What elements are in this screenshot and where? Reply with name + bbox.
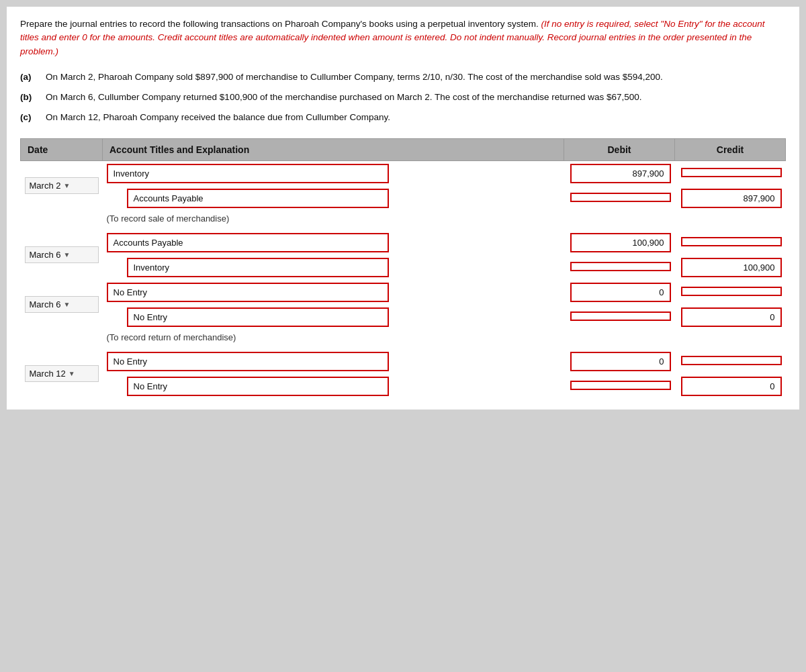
debit-cell-march6a-row2 bbox=[564, 255, 675, 280]
credit-input-march12-1[interactable] bbox=[681, 356, 782, 365]
account-input-march6b-1[interactable]: No Entry bbox=[107, 283, 389, 302]
account-cell-march12-row2: No Entry bbox=[103, 374, 564, 399]
debit-input-march6a-1[interactable]: 100,900 bbox=[570, 233, 671, 252]
credit-cell-march12-row2: 0 bbox=[675, 374, 786, 399]
credit-cell-march2-row2: 897,900 bbox=[675, 186, 786, 211]
date-cell-march12: March 12 ▼ bbox=[21, 349, 103, 399]
credit-input-march6a-1[interactable] bbox=[681, 237, 782, 246]
account-cell-march6a-row2: Inventory bbox=[103, 255, 564, 280]
account-cell-march6b-row2: No Entry bbox=[103, 305, 564, 330]
account-input-march6a-1[interactable]: Accounts Payable bbox=[107, 233, 389, 252]
date-label-march6a: March 6 bbox=[30, 250, 61, 260]
account-input-march2-2[interactable]: Accounts Payable bbox=[127, 189, 389, 208]
scenario-a: (a) On March 2, Pharoah Company sold $89… bbox=[20, 70, 786, 84]
date-cell-march6a: March 6 ▼ bbox=[21, 230, 103, 280]
date-label-march2: March 2 bbox=[30, 181, 61, 191]
instructions-block: Prepare the journal entries to record th… bbox=[20, 17, 786, 58]
note-cell-march2-credit bbox=[675, 211, 786, 230]
scenario-c: (c) On March 12, Pharoah Company receive… bbox=[20, 111, 786, 124]
scenario-c-letter: (c) bbox=[20, 111, 39, 124]
date-label-march6b: March 6 bbox=[30, 299, 61, 309]
date-header: Date bbox=[21, 138, 103, 160]
account-cell-march2-row1: Inventory bbox=[103, 160, 564, 186]
account-input-march12-1[interactable]: No Entry bbox=[107, 352, 389, 371]
date-dropdown-march12[interactable]: March 12 ▼ bbox=[25, 365, 99, 382]
account-cell-march2-row2: Accounts Payable bbox=[103, 186, 564, 211]
account-cell-march6b-row1: No Entry bbox=[103, 280, 564, 305]
debit-input-march12-2[interactable] bbox=[570, 381, 671, 390]
note-cell-march2-debit bbox=[564, 211, 675, 230]
note-cell-march2-date bbox=[21, 211, 103, 230]
account-input-march12-2[interactable]: No Entry bbox=[127, 377, 389, 396]
table-row: Accounts Payable 897,900 bbox=[21, 186, 786, 211]
chevron-down-icon: ▼ bbox=[63, 301, 70, 308]
scenario-c-text: On March 12, Pharoah Company received th… bbox=[46, 111, 390, 124]
debit-cell-march6b-row2 bbox=[564, 305, 675, 330]
table-header-row: Date Account Titles and Explanation Debi… bbox=[21, 138, 786, 160]
table-row: March 2 ▼ Inventory 897,900 bbox=[21, 160, 786, 186]
credit-input-march6b-2[interactable]: 0 bbox=[681, 307, 782, 327]
date-dropdown-march2[interactable]: March 2 ▼ bbox=[25, 177, 99, 194]
note-cell-march6: (To record return of merchandise) bbox=[103, 330, 564, 349]
journal-table: Date Account Titles and Explanation Debi… bbox=[20, 138, 786, 399]
table-row: Inventory 100,900 bbox=[21, 255, 786, 280]
table-row: March 12 ▼ No Entry 0 bbox=[21, 349, 786, 374]
debit-input-march12-1[interactable]: 0 bbox=[570, 352, 671, 371]
account-input-march6b-2[interactable]: No Entry bbox=[127, 307, 389, 327]
credit-input-march6a-2[interactable]: 100,900 bbox=[681, 258, 782, 277]
debit-cell-march12-row2 bbox=[564, 374, 675, 399]
note-cell-march6-credit bbox=[675, 330, 786, 349]
credit-cell-march6a-row2: 100,900 bbox=[675, 255, 786, 280]
credit-cell-march6b-row1 bbox=[675, 280, 786, 305]
scenario-a-text: On March 2, Pharoah Company sold $897,90… bbox=[46, 70, 663, 84]
debit-cell-march2-row1: 897,900 bbox=[564, 160, 675, 186]
debit-input-march6b-1[interactable]: 0 bbox=[570, 283, 671, 302]
debit-input-march6b-2[interactable] bbox=[570, 311, 671, 321]
table-row: No Entry 0 bbox=[21, 305, 786, 330]
account-cell-march6a-row1: Accounts Payable bbox=[103, 230, 564, 255]
table-row: No Entry 0 bbox=[21, 374, 786, 399]
debit-cell-march6a-row1: 100,900 bbox=[564, 230, 675, 255]
scenario-b-text: On March 6, Cullumber Company returned $… bbox=[46, 91, 642, 104]
account-input-march6a-2[interactable]: Inventory bbox=[127, 258, 389, 277]
chevron-down-icon: ▼ bbox=[63, 182, 70, 189]
note-cell-march2: (To record sale of merchandise) bbox=[103, 211, 564, 230]
credit-cell-march12-row1 bbox=[675, 349, 786, 374]
credit-input-march2-1[interactable] bbox=[681, 168, 782, 177]
chevron-down-icon: ▼ bbox=[69, 370, 75, 377]
date-cell-march2: March 2 ▼ bbox=[21, 160, 103, 211]
debit-header: Debit bbox=[564, 138, 675, 160]
note-cell-march6-date bbox=[21, 330, 103, 349]
debit-input-march2-2[interactable] bbox=[570, 193, 671, 202]
date-dropdown-march6a[interactable]: March 6 ▼ bbox=[25, 246, 99, 263]
credit-header: Credit bbox=[675, 138, 786, 160]
credit-cell-march6a-row1 bbox=[675, 230, 786, 255]
instructions-main: Prepare the journal entries to record th… bbox=[20, 19, 539, 29]
debit-input-march6a-2[interactable] bbox=[570, 262, 671, 271]
debit-cell-march12-row1: 0 bbox=[564, 349, 675, 374]
account-header: Account Titles and Explanation bbox=[103, 138, 564, 160]
credit-input-march6b-1[interactable] bbox=[681, 287, 782, 296]
scenario-b: (b) On March 6, Cullumber Company return… bbox=[20, 91, 786, 104]
account-cell-march12-row1: No Entry bbox=[103, 349, 564, 374]
table-row: March 6 ▼ No Entry 0 bbox=[21, 280, 786, 305]
note-cell-march6-debit bbox=[564, 330, 675, 349]
credit-cell-march2-row1 bbox=[675, 160, 786, 186]
scenario-b-letter: (b) bbox=[20, 91, 39, 104]
scenario-a-letter: (a) bbox=[20, 70, 39, 84]
credit-input-march2-2[interactable]: 897,900 bbox=[681, 189, 782, 208]
date-cell-march6b: March 6 ▼ bbox=[21, 280, 103, 330]
table-row: March 6 ▼ Accounts Payable 100,900 bbox=[21, 230, 786, 255]
date-dropdown-march6b[interactable]: March 6 ▼ bbox=[25, 296, 99, 313]
credit-input-march12-2[interactable]: 0 bbox=[681, 377, 782, 396]
page-container: Prepare the journal entries to record th… bbox=[7, 7, 799, 410]
debit-cell-march2-row2 bbox=[564, 186, 675, 211]
chevron-down-icon: ▼ bbox=[63, 251, 70, 258]
note-row-march6: (To record return of merchandise) bbox=[21, 330, 786, 349]
debit-cell-march6b-row1: 0 bbox=[564, 280, 675, 305]
note-row-march2: (To record sale of merchandise) bbox=[21, 211, 786, 230]
account-input-march2-1[interactable]: Inventory bbox=[107, 164, 389, 183]
credit-cell-march6b-row2: 0 bbox=[675, 305, 786, 330]
date-label-march12: March 12 bbox=[30, 369, 66, 379]
debit-input-march2-1[interactable]: 897,900 bbox=[570, 164, 671, 183]
